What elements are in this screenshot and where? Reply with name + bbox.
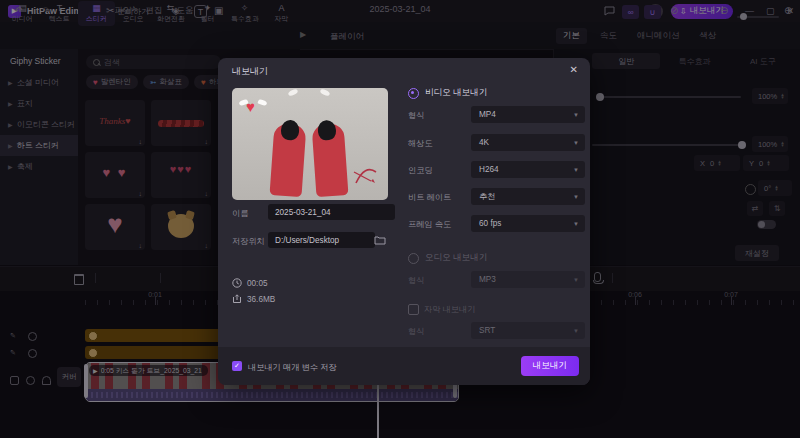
- sticker-tile-thanks[interactable]: Thanks♥ ↓: [85, 100, 145, 146]
- sticker-tile-hearts-pair[interactable]: ♥ ♥ ↓: [85, 152, 145, 198]
- lock-icon[interactable]: [28, 349, 37, 358]
- player-tab[interactable]: 플레이어: [330, 31, 364, 43]
- radio-on-icon: [408, 88, 419, 99]
- pencil-icon[interactable]: ✎: [10, 332, 18, 340]
- props-tab-animation[interactable]: 애니메이션: [630, 28, 687, 44]
- magnet-icon[interactable]: ∪: [644, 5, 661, 19]
- maximize-button[interactable]: ▢: [766, 6, 775, 16]
- tool-subtitle[interactable]: A자막: [263, 1, 300, 26]
- lock-icon[interactable]: [28, 332, 37, 341]
- cover-button[interactable]: 커버: [57, 367, 81, 387]
- dialog-close-icon[interactable]: ✕: [570, 64, 578, 75]
- props-tab-speed[interactable]: 속도: [593, 28, 624, 44]
- clip-trim-handle-left[interactable]: [84, 364, 88, 398]
- trash-icon[interactable]: [74, 274, 84, 285]
- scale-slider-knob[interactable]: [596, 93, 604, 101]
- mute-icon[interactable]: [10, 376, 19, 385]
- redo-icon[interactable]: ↷: [42, 5, 50, 16]
- flip-vertical-button[interactable]: ⇅: [769, 201, 785, 216]
- tool-transition[interactable]: ⇆화면전환: [152, 1, 189, 26]
- export-download-icon: ⇩: [680, 6, 687, 16]
- props-subtab-effects[interactable]: 특수효과: [660, 53, 728, 69]
- scale-value-field[interactable]: 100% ▴▾: [752, 88, 788, 104]
- sticker-tile-redbar[interactable]: ↓: [151, 100, 211, 146]
- duration-row: 00:05: [232, 278, 268, 288]
- sticker-tile-hearts-cluster[interactable]: ♥♥♥ ↓: [151, 152, 211, 198]
- path-input[interactable]: D:/Users/Desktop: [268, 232, 375, 248]
- badge-icon[interactable]: ◈: [172, 5, 180, 16]
- split-button[interactable]: ✂ 분리하기: [106, 5, 149, 17]
- download-icon[interactable]: ↓: [205, 242, 209, 249]
- folder-icon[interactable]: [372, 232, 388, 248]
- reset-button[interactable]: 재설정: [735, 245, 779, 261]
- hide-icon[interactable]: [42, 376, 51, 385]
- audio-export-radio[interactable]: 오디오 내보내기: [408, 252, 488, 264]
- link-icon[interactable]: ∞: [622, 5, 639, 19]
- download-icon[interactable]: ↓: [205, 138, 209, 145]
- undo-icon[interactable]: ↶: [14, 5, 22, 16]
- download-icon[interactable]: ↓: [139, 242, 143, 249]
- divider: [160, 273, 161, 283]
- sticker-cat-festival[interactable]: ▶축제: [0, 156, 78, 177]
- subtitle-export-checkbox[interactable]: [408, 304, 419, 315]
- position-y-field[interactable]: Y0 ▴▾: [743, 155, 789, 171]
- tag-valentine[interactable]: ♥발렌타인: [86, 75, 138, 89]
- sticker-cat-emoticon[interactable]: ▶이모티콘 스티커: [0, 114, 78, 135]
- video-export-radio[interactable]: 비디오 내보내기: [408, 87, 488, 99]
- subtitle-format-select[interactable]: SRT▼: [471, 322, 585, 339]
- bitrate-select[interactable]: 추천▼: [471, 188, 585, 205]
- unlink-icon[interactable]: ⊘: [670, 5, 678, 16]
- props-tab-basic[interactable]: 기본: [556, 28, 587, 44]
- scale-slider[interactable]: [596, 96, 741, 98]
- sticker-tile-heart-collage[interactable]: ♥ ↓: [85, 204, 145, 250]
- name-input[interactable]: 2025-03-21_04: [268, 204, 395, 220]
- fit-timeline-icon[interactable]: ↔: [696, 5, 706, 16]
- opacity-slider[interactable]: [592, 144, 744, 146]
- props-toggle[interactable]: [757, 220, 776, 229]
- format-select[interactable]: MP4▼: [471, 106, 585, 123]
- lock-icon[interactable]: [26, 376, 35, 385]
- tag-arrow[interactable]: ➳화살표: [143, 75, 189, 89]
- export-confirm-button[interactable]: 내보내기: [521, 356, 579, 376]
- stepper-icon[interactable]: ▴▾: [775, 185, 778, 192]
- sticker-cat-heart[interactable]: ▶하트 스티커: [0, 135, 78, 156]
- sticker-search-input[interactable]: 검색: [86, 55, 221, 69]
- crop-icon[interactable]: ▣: [214, 5, 223, 16]
- rotation-field[interactable]: 0° ▴▾: [758, 180, 792, 196]
- mic-icon[interactable]: [594, 272, 601, 282]
- flip-horizontal-button[interactable]: ⇄: [747, 201, 763, 216]
- audio-format-select[interactable]: MP3▼: [471, 271, 585, 288]
- download-icon[interactable]: ↓: [205, 190, 209, 197]
- resolution-select[interactable]: 4K▼: [471, 134, 585, 151]
- sticker-cat-social[interactable]: ▶소셜 미디어: [0, 72, 78, 93]
- save-params-checkbox[interactable]: ✓: [232, 361, 242, 371]
- stepper-icon[interactable]: ▴▾: [718, 160, 721, 167]
- props-subtab-general[interactable]: 일반: [592, 53, 660, 69]
- download-icon[interactable]: ↓: [139, 138, 143, 145]
- sticker-tile-doge[interactable]: ↓: [151, 204, 211, 250]
- props-subtab-ai[interactable]: AI 도구: [729, 53, 797, 69]
- toolbar-expand-icon[interactable]: ▶: [300, 30, 306, 39]
- sticker-cat-cover[interactable]: ▶표지: [0, 93, 78, 114]
- tool-effects[interactable]: ✧특수효과: [226, 1, 263, 26]
- caret-right-icon: ▶: [8, 79, 13, 86]
- tool-media[interactable]: ▤미디어: [4, 1, 41, 26]
- opacity-slider-knob[interactable]: [738, 141, 746, 149]
- stepper-icon[interactable]: ▴▾: [781, 93, 784, 100]
- heart-icon: ♥: [93, 78, 98, 87]
- pencil-icon[interactable]: ✎: [10, 349, 18, 357]
- props-tab-color[interactable]: 색상: [693, 28, 724, 44]
- rotation-icon: [745, 184, 756, 195]
- feedback-icon[interactable]: [604, 6, 618, 16]
- fps-select[interactable]: 60 fps▼: [471, 215, 585, 232]
- stepper-icon[interactable]: ▴▾: [781, 141, 784, 148]
- encoding-select[interactable]: H264▼: [471, 161, 585, 178]
- download-icon[interactable]: ↓: [139, 190, 143, 197]
- timeline-zoom-knob[interactable]: [740, 13, 747, 20]
- zoom-out-icon[interactable]: ⊖: [720, 5, 728, 16]
- opacity-value-field[interactable]: 100% ▴▾: [752, 136, 788, 152]
- text-tool-icon[interactable]: T: [194, 5, 207, 18]
- position-x-field[interactable]: X0 ▴▾: [694, 155, 740, 171]
- stepper-icon[interactable]: ▴▾: [767, 160, 770, 167]
- zoom-in-icon[interactable]: ⊕: [784, 5, 792, 16]
